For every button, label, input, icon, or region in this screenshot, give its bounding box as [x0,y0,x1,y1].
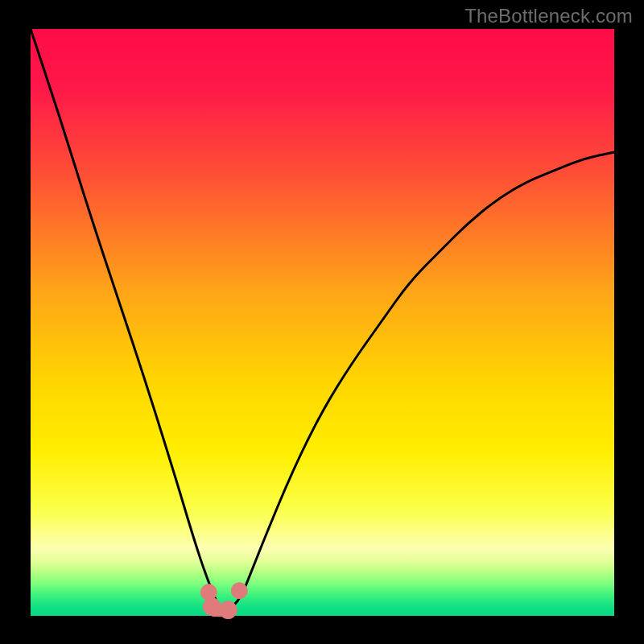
chart-stage: { "watermark": "TheBottleneck.com", "col… [0,0,644,644]
plot-area [31,29,614,616]
svg-rect-4 [208,605,233,617]
chart-svg [0,0,644,644]
watermark-text: TheBottleneck.com [464,5,633,27]
svg-point-1 [231,583,247,599]
